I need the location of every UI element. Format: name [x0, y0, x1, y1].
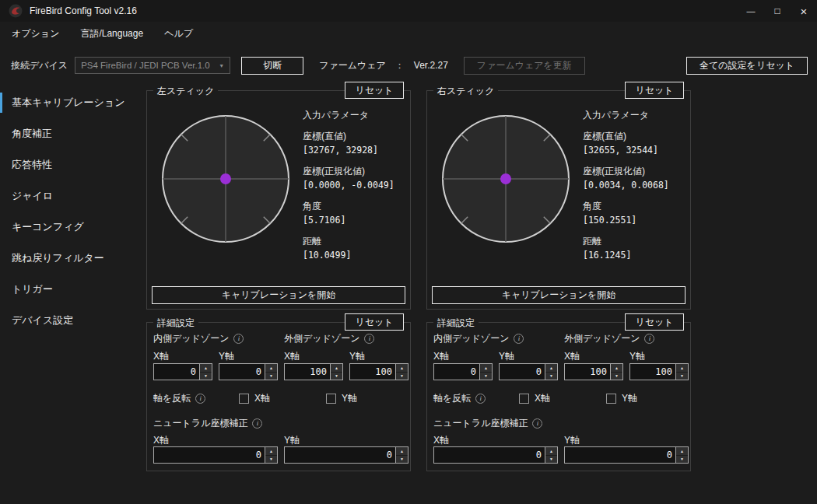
left-outer-deadzone-y-spinner[interactable]: 100 ▲ ▼	[349, 363, 408, 380]
right-neutral-x-spinner[interactable]: 0 ▲ ▼	[433, 446, 558, 464]
left-outer-deadzone-head: 外側デッドゾーン i	[284, 332, 374, 345]
firmware-label: ファームウェア	[319, 59, 386, 72]
device-select[interactable]: PS4 FireBird / JEDI PCB Ver.1.0 ▼	[75, 57, 230, 74]
info-icon[interactable]: i	[233, 334, 244, 344]
spin-up-icon[interactable]: ▲	[676, 447, 688, 455]
left-outer-deadzone-x-spinner[interactable]: 100 ▲ ▼	[284, 363, 343, 380]
spin-down-icon[interactable]: ▼	[545, 455, 557, 464]
left-invert-y-checkbox[interactable]: Y軸	[326, 392, 357, 405]
spin-down-icon[interactable]: ▼	[480, 372, 492, 380]
sidebar-item-label: 応答特性	[12, 158, 52, 172]
sidebar-item-trigger[interactable]: トリガー	[0, 274, 140, 305]
left-calibrate-button[interactable]: キャリブレーションを開始	[152, 286, 405, 304]
left-invert-x-checkbox[interactable]: X軸	[239, 392, 270, 405]
spinner-arrows: ▲ ▼	[330, 364, 342, 380]
right-stick-reset-button[interactable]: リセット	[625, 82, 684, 99]
neutral-correction-label: ニュートラル座標補正	[433, 417, 528, 430]
distance-value: [16.1245]	[583, 250, 689, 261]
info-icon[interactable]: i	[252, 418, 262, 429]
spin-down-icon[interactable]: ▼	[676, 372, 688, 380]
right-invert-y-checkbox[interactable]: Y軸	[606, 392, 637, 405]
minimize-button[interactable]: —	[738, 0, 764, 22]
checkbox-box[interactable]	[519, 394, 529, 404]
spin-up-icon[interactable]: ▲	[545, 364, 557, 372]
spin-up-icon[interactable]: ▲	[396, 447, 408, 455]
checkbox-box[interactable]	[326, 394, 336, 404]
spinner-arrows: ▲ ▼	[395, 447, 408, 463]
right-input-params: 入力パラメータ 座標(直値) [32655, 32544] 座標(正規化値) […	[583, 110, 689, 261]
sidebar-item-angle-correction[interactable]: 角度補正	[0, 118, 140, 149]
disconnect-button[interactable]: 切断	[241, 57, 303, 75]
maximize-button[interactable]: □	[764, 0, 791, 22]
spin-up-icon[interactable]: ▲	[545, 447, 557, 455]
info-icon[interactable]: i	[364, 334, 374, 344]
sidebar-item-gyro[interactable]: ジャイロ	[0, 180, 140, 212]
y-axis-label: Y軸	[349, 350, 365, 363]
info-icon[interactable]: i	[644, 334, 654, 344]
spinner-value: 100	[350, 364, 395, 380]
spin-down-icon[interactable]: ▼	[396, 372, 408, 380]
spin-down-icon[interactable]: ▼	[396, 455, 408, 464]
checkbox-box[interactable]	[606, 394, 616, 404]
spin-up-icon[interactable]: ▲	[265, 364, 277, 372]
spin-down-icon[interactable]: ▼	[545, 372, 557, 380]
spinner-arrows: ▲ ▼	[545, 447, 557, 463]
sidebar-item-basic-calibration[interactable]: 基本キャリブレーション	[0, 87, 140, 118]
spinner-arrows: ▲ ▼	[675, 447, 688, 463]
left-details-reset-button[interactable]: リセット	[345, 313, 404, 331]
menu-help[interactable]: ヘルプ	[164, 27, 193, 40]
spinner-value: 0	[154, 447, 265, 463]
left-inner-deadzone-y-spinner[interactable]: 0 ▲ ▼	[219, 363, 278, 380]
normalized-coord-value: [0.0000, -0.0049]	[303, 180, 408, 191]
close-button[interactable]: ×	[791, 0, 817, 22]
spinner-arrows: ▲ ▼	[395, 364, 408, 380]
menu-language[interactable]: 言語/Language	[80, 27, 143, 40]
spin-up-icon[interactable]: ▲	[331, 364, 342, 372]
spin-down-icon[interactable]: ▼	[331, 372, 342, 380]
right-invert-x-checkbox[interactable]: X軸	[519, 392, 550, 405]
left-stick-reset-button[interactable]: リセット	[345, 82, 404, 99]
right-outer-deadzone-x-spinner[interactable]: 100 ▲ ▼	[564, 363, 623, 380]
checkbox-label: X軸	[254, 392, 270, 405]
outer-deadzone-label: 外側デッドゾーン	[284, 332, 359, 345]
spin-down-icon[interactable]: ▼	[265, 372, 277, 380]
spin-up-icon[interactable]: ▲	[611, 364, 622, 372]
sidebar-item-response-curve[interactable]: 応答特性	[0, 149, 140, 180]
right-inner-deadzone-x-spinner[interactable]: 0 ▲ ▼	[433, 363, 493, 380]
spin-up-icon[interactable]: ▲	[265, 447, 277, 455]
window-title: FireBird Config Tool v2.16	[30, 5, 137, 16]
left-inner-deadzone-x-spinner[interactable]: 0 ▲ ▼	[153, 363, 212, 380]
spinner-arrows: ▲ ▼	[675, 364, 688, 380]
sidebar-item-snapback-filter[interactable]: 跳ね戻りフィルター	[0, 243, 140, 274]
info-icon[interactable]: i	[475, 394, 486, 404]
checkbox-box[interactable]	[239, 394, 249, 404]
sidebar-item-device-settings[interactable]: デバイス設定	[0, 305, 140, 336]
right-outer-deadzone-y-spinner[interactable]: 100 ▲ ▼	[629, 363, 689, 380]
spin-down-icon[interactable]: ▼	[200, 372, 212, 380]
info-icon[interactable]: i	[532, 418, 542, 429]
left-stick-group: 左スティック リセット 入力パラメータ 座標(直値) [32767, 32928…	[146, 90, 411, 310]
sidebar: 基本キャリブレーション 角度補正 応答特性 ジャイロ キーコンフィグ 跳ね戻りフ…	[0, 78, 140, 504]
spin-up-icon[interactable]: ▲	[396, 364, 408, 372]
spin-down-icon[interactable]: ▼	[265, 455, 277, 464]
spin-down-icon[interactable]: ▼	[676, 455, 688, 464]
params-title: 入力パラメータ	[303, 110, 408, 121]
reset-all-settings-button[interactable]: 全ての設定をリセット	[686, 57, 808, 75]
left-neutral-x-spinner[interactable]: 0 ▲ ▼	[153, 446, 278, 464]
spin-up-icon[interactable]: ▲	[480, 364, 492, 372]
menu-options[interactable]: オプション	[12, 27, 59, 40]
spin-up-icon[interactable]: ▲	[200, 364, 212, 372]
right-neutral-correction-head: ニュートラル座標補正 i	[433, 417, 542, 430]
right-details-reset-button[interactable]: リセット	[625, 313, 684, 331]
spin-down-icon[interactable]: ▼	[611, 372, 622, 380]
spin-up-icon[interactable]: ▲	[676, 364, 688, 372]
right-calibrate-button[interactable]: キャリブレーションを開始	[432, 286, 686, 304]
checkbox-label: Y軸	[342, 392, 357, 405]
raw-coord-label: 座標(直値)	[583, 131, 689, 142]
info-icon[interactable]: i	[514, 334, 524, 344]
left-neutral-y-spinner[interactable]: 0 ▲ ▼	[284, 446, 408, 464]
sidebar-item-key-config[interactable]: キーコンフィグ	[0, 212, 140, 243]
right-neutral-y-spinner[interactable]: 0 ▲ ▼	[564, 446, 689, 464]
right-inner-deadzone-y-spinner[interactable]: 0 ▲ ▼	[499, 363, 558, 380]
info-icon[interactable]: i	[195, 394, 205, 404]
